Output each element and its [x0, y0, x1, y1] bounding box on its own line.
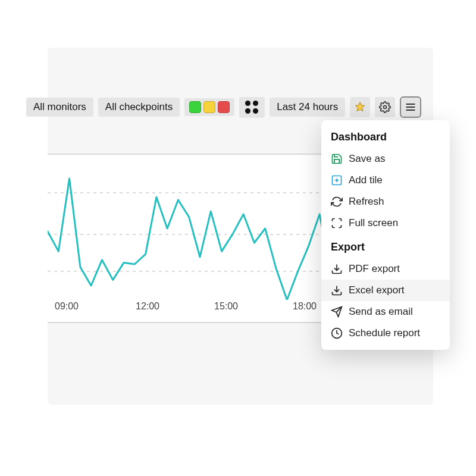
- clock-icon: [331, 327, 343, 339]
- menu-refresh-label: Refresh: [349, 196, 384, 208]
- x-tick: 15:00: [214, 301, 238, 312]
- menu-fullscreen-label: Full screen: [349, 217, 398, 229]
- checkpoints-filter-label: All checkpoints: [105, 101, 173, 113]
- gear-icon: [379, 101, 391, 113]
- status-red-icon: [218, 101, 230, 113]
- menu-pdf-export[interactable]: PDF export: [321, 258, 450, 280]
- menu-dropdown: Dashboard Save as Add tile Refresh Full …: [321, 120, 450, 350]
- save-icon: [331, 153, 343, 165]
- grid-view-button[interactable]: [239, 97, 265, 118]
- grid-icon: [245, 101, 259, 114]
- menu-send-email-label: Send as email: [349, 306, 413, 318]
- hamburger-icon: [405, 101, 416, 113]
- toolbar: All monitors All checkpoints Last 24 hou…: [26, 94, 456, 120]
- menu-fullscreen[interactable]: Full screen: [321, 212, 450, 234]
- x-tick: 09:00: [55, 301, 79, 312]
- x-tick: 12:00: [136, 301, 159, 312]
- dropdown-section-dashboard: Dashboard: [321, 129, 450, 148]
- menu-save-as-label: Save as: [349, 153, 385, 165]
- star-icon: [354, 101, 366, 113]
- menu-refresh[interactable]: Refresh: [321, 191, 450, 212]
- menu-save-as[interactable]: Save as: [321, 148, 450, 170]
- download-icon: [331, 263, 343, 275]
- status-yellow-icon: [203, 101, 215, 113]
- menu-excel-export[interactable]: Excel export: [321, 280, 450, 301]
- menu-excel-export-label: Excel export: [349, 284, 405, 296]
- download-icon: [331, 284, 343, 296]
- svg-point-0: [384, 106, 387, 109]
- monitors-filter[interactable]: All monitors: [26, 98, 93, 117]
- checkpoints-filter[interactable]: All checkpoints: [98, 98, 180, 117]
- menu-schedule-report[interactable]: Schedule report: [321, 322, 450, 344]
- send-icon: [331, 306, 343, 318]
- monitors-filter-label: All monitors: [33, 101, 86, 113]
- menu-send-email[interactable]: Send as email: [321, 301, 450, 322]
- status-green-icon: [189, 101, 201, 113]
- menu-pdf-export-label: PDF export: [349, 263, 400, 275]
- fullscreen-icon: [331, 217, 343, 229]
- favorite-button[interactable]: [350, 97, 370, 117]
- dropdown-section-export: Export: [321, 234, 450, 258]
- x-tick: 18:00: [293, 301, 317, 312]
- menu-add-tile[interactable]: Add tile: [321, 170, 450, 191]
- add-tile-icon: [331, 174, 343, 186]
- menu-schedule-report-label: Schedule report: [349, 327, 420, 339]
- menu-add-tile-label: Add tile: [349, 174, 383, 186]
- status-filter[interactable]: [184, 98, 234, 116]
- menu-button[interactable]: [400, 96, 421, 118]
- settings-button[interactable]: [375, 97, 395, 117]
- timerange-filter[interactable]: Last 24 hours: [270, 98, 345, 117]
- timerange-label: Last 24 hours: [277, 101, 338, 113]
- refresh-icon: [331, 196, 343, 208]
